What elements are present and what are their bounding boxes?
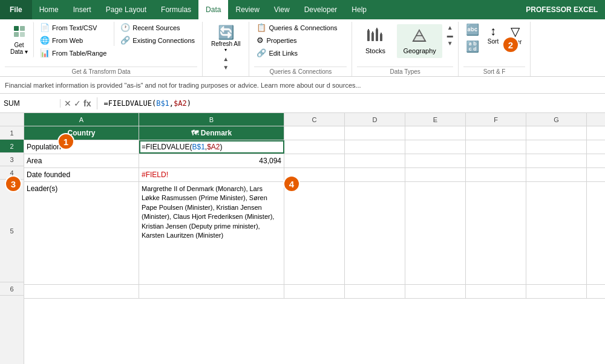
- cell-d2[interactable]: [345, 140, 405, 154]
- cell-b4[interactable]: #FIELD!: [139, 168, 284, 181]
- cell-a4[interactable]: Date founded: [24, 168, 139, 181]
- col-header-b[interactable]: B: [139, 113, 284, 126]
- tab-help[interactable]: Help: [344, 0, 374, 19]
- cell-e6[interactable]: [405, 285, 466, 298]
- scroll-arrows: ▲ ▼: [221, 55, 230, 72]
- cell-g4[interactable]: [526, 168, 587, 181]
- row-header-5[interactable]: 5: [0, 180, 24, 282]
- tab-file[interactable]: File: [0, 0, 32, 19]
- cell-e4[interactable]: [405, 168, 466, 181]
- cell-b5[interactable]: Margrethe II of Denmark (Monarch), Lars …: [139, 182, 284, 285]
- cancel-formula-icon[interactable]: ✕: [64, 99, 71, 108]
- accept-formula-icon[interactable]: ✓: [74, 99, 81, 108]
- cell-h6[interactable]: [587, 285, 605, 298]
- cell-c5[interactable]: [284, 182, 345, 285]
- cell-b1[interactable]: 🗺 Denmark: [139, 126, 284, 140]
- cell-c2[interactable]: [284, 140, 345, 154]
- cell-g3[interactable]: [526, 154, 587, 167]
- cell-f5[interactable]: [466, 182, 526, 285]
- from-web-button[interactable]: 🌐 From Web: [38, 34, 109, 46]
- tab-insert[interactable]: Insert: [66, 0, 99, 19]
- row-header-1[interactable]: 1: [0, 126, 24, 140]
- cell-e1[interactable]: [405, 126, 466, 140]
- insert-function-icon[interactable]: fx: [83, 99, 91, 108]
- tab-view[interactable]: View: [267, 0, 297, 19]
- corner-cell[interactable]: [0, 113, 24, 126]
- cell-d1[interactable]: [345, 126, 405, 140]
- properties-button[interactable]: ⚙ Properties: [254, 34, 339, 46]
- cell-g1[interactable]: [526, 126, 587, 140]
- cell-f4[interactable]: [466, 168, 526, 181]
- col-header-e[interactable]: E: [405, 113, 466, 126]
- refresh-all-button[interactable]: 🔄 Refresh All ▾: [208, 22, 244, 55]
- cell-h4[interactable]: [587, 168, 605, 181]
- data-types-scroll-up[interactable]: ▲: [447, 24, 453, 31]
- col-header-c[interactable]: C: [284, 113, 345, 126]
- col-header-a[interactable]: A: [24, 113, 139, 126]
- recent-sources-button[interactable]: 🕐 Recent Sources: [118, 22, 197, 33]
- row-header-2[interactable]: 2: [0, 140, 24, 153]
- tab-formulas[interactable]: Formulas: [154, 0, 198, 19]
- from-table-label: From Table/Range: [52, 50, 106, 57]
- cell-h1[interactable]: [587, 126, 605, 140]
- sort-button[interactable]: ↕ Sort: [484, 22, 502, 47]
- col-header-h[interactable]: H: [587, 113, 605, 126]
- cell-a2[interactable]: Population: [24, 140, 139, 154]
- get-data-button[interactable]: GetData ▾: [5, 22, 34, 57]
- tab-review[interactable]: Review: [228, 0, 266, 19]
- scroll-up-arrow[interactable]: ▲: [221, 55, 230, 63]
- cell-b2[interactable]: =FIELDVALUE(B$1,$A2): [139, 140, 284, 154]
- row-header-6[interactable]: 6: [0, 282, 24, 296]
- col-header-f[interactable]: F: [466, 113, 526, 126]
- tab-home[interactable]: Home: [32, 0, 66, 19]
- row-header-3[interactable]: 3: [0, 153, 24, 166]
- cell-d4[interactable]: [345, 168, 405, 181]
- formula-input[interactable]: =FIELDVALUE(B$1,$A2): [100, 99, 605, 108]
- from-text-csv-button[interactable]: 📄 From Text/CSV: [38, 22, 109, 33]
- cell-f2[interactable]: [466, 140, 526, 154]
- cell-a6[interactable]: [24, 285, 139, 298]
- cell-h3[interactable]: [587, 154, 605, 167]
- cell-g2[interactable]: [526, 140, 587, 154]
- cell-d6[interactable]: [345, 285, 405, 298]
- cell-b3[interactable]: 43,094: [139, 154, 284, 167]
- cell-b6[interactable]: [139, 285, 284, 298]
- cell-e2[interactable]: [405, 140, 466, 154]
- cell-f3[interactable]: [466, 154, 526, 167]
- cell-d5[interactable]: [345, 182, 405, 285]
- stocks-button[interactable]: Stocks: [357, 24, 393, 58]
- cell-a5[interactable]: Leader(s): [24, 182, 139, 285]
- geography-button[interactable]: Geography: [397, 24, 442, 58]
- cell-d3[interactable]: [345, 154, 405, 167]
- tab-data[interactable]: Data: [198, 0, 228, 19]
- cell-c6[interactable]: [284, 285, 345, 298]
- cell-e3[interactable]: [405, 154, 466, 167]
- existing-connections-button[interactable]: 🔗 Existing Connections: [118, 34, 197, 46]
- cell-f1[interactable]: [466, 126, 526, 140]
- group-get-transform-content: GetData ▾ 📄 From Text/CSV 🌐 From Web 📊 F…: [5, 22, 197, 65]
- cell-c3[interactable]: [284, 154, 345, 167]
- cell-g5[interactable]: [526, 182, 587, 285]
- col-header-d[interactable]: D: [345, 113, 405, 126]
- data-types-scroll-down[interactable]: ▼: [447, 40, 453, 47]
- queries-connections-button[interactable]: 📋 Queries & Connections: [254, 22, 339, 33]
- tab-developer[interactable]: Developer: [297, 0, 345, 19]
- edit-links-button[interactable]: 🔗 Edit Links: [254, 47, 339, 59]
- data-types-scroll-mid[interactable]: ▬: [447, 32, 453, 39]
- name-box[interactable]: SUM: [0, 99, 60, 108]
- sort-az-button[interactable]: 🔤: [463, 22, 482, 37]
- col-header-g[interactable]: G: [526, 113, 587, 126]
- tab-page-layout[interactable]: Page Layout: [99, 0, 154, 19]
- scroll-down-arrow[interactable]: ▼: [221, 63, 230, 72]
- cell-c1[interactable]: [284, 126, 345, 140]
- sort-za-button[interactable]: 🔡: [463, 39, 482, 54]
- cell-e5[interactable]: [405, 182, 466, 285]
- cell-h5[interactable]: [587, 182, 605, 285]
- cell-a1[interactable]: Country: [24, 126, 139, 140]
- cell-h2[interactable]: [587, 140, 605, 154]
- formula-comma: ,: [169, 99, 174, 108]
- from-table-button[interactable]: 📊 From Table/Range: [38, 47, 109, 59]
- cell-g6[interactable]: [526, 285, 587, 298]
- cell-a3[interactable]: Area: [24, 154, 139, 167]
- cell-f6[interactable]: [466, 285, 526, 298]
